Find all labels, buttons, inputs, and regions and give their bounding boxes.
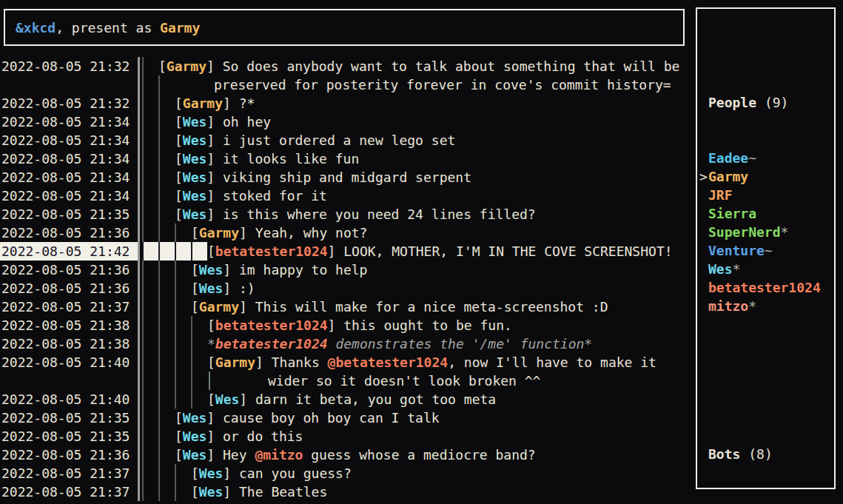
chat-row[interactable]: 2022-08-05 21:34[Wes] oh hey — [0, 112, 692, 131]
chat-row[interactable]: 2022-08-05 21:38*betatester1024 demonstr… — [0, 335, 692, 353]
wrap-indent — [175, 75, 214, 94]
user-list-item[interactable]: Sierra — [708, 204, 834, 223]
timestamp: 2022-08-05 21:36 — [0, 446, 138, 464]
user-list-item[interactable]: SuperNerd* — [708, 223, 834, 241]
message-segment: ] ?* — [223, 95, 255, 111]
chat-row[interactable]: 2022-08-05 21:36[Wes] im happy to help — [0, 261, 692, 279]
chat-row[interactable]: 2022-08-05 21:40[Wes] darn it beta, you … — [0, 390, 692, 409]
chat-row[interactable]: 2022-08-05 21:36[Wes] :) — [0, 279, 692, 298]
status-suffix: ~ — [765, 243, 773, 258]
thread-guide — [142, 261, 158, 279]
thread-guide — [142, 57, 158, 75]
message-segment: ] can you guess? — [223, 466, 351, 481]
timestamp: 2022-08-05 21:40 — [0, 353, 138, 372]
chat-row[interactable]: 2022-08-05 21:36[Wes] Hey @mitzo guess w… — [0, 446, 692, 464]
wrap-indent — [209, 372, 268, 390]
people-count: (9) — [756, 95, 788, 110]
user-list-item[interactable]: mitzo* — [708, 297, 834, 315]
sender-name: Wes — [199, 484, 224, 500]
message-line: [Wes] i just ordered a new lego set — [138, 131, 692, 149]
message-segment: ] this ought to be fun. — [328, 317, 512, 333]
sender-name: Wes — [183, 188, 207, 204]
chat-row[interactable]: 2022-08-05 21:35[Wes] is this where you … — [0, 205, 692, 224]
message-line: wider so it doesn't look broken ^^ — [138, 372, 692, 390]
message-segment: ] This will make for a nice meta-screens… — [239, 299, 608, 315]
message-segment: preserved for posterity forever in cove'… — [214, 77, 671, 93]
chat-row[interactable]: 2022-08-05 21:34[Wes] stoked for it — [0, 187, 692, 205]
thread-guide — [158, 279, 175, 298]
chat-row[interactable]: 2022-08-05 21:38[betatester1024] this ou… — [0, 316, 692, 335]
message-text: [Wes] it looks like fun — [175, 149, 359, 168]
message-line: [Garmy] Yeah, why not? — [138, 224, 692, 242]
user-name: Garmy — [708, 169, 748, 184]
chat-row[interactable]: 2022-08-05 21:34[Wes] i just ordered a n… — [0, 131, 692, 149]
thread-guide — [158, 409, 175, 427]
thread-guide — [142, 335, 158, 353]
thread-guide — [142, 224, 158, 242]
chat-row[interactable]: 2022-08-05 21:40[Garmy] Thanks @betatest… — [0, 353, 692, 372]
user-list-item[interactable]: JRF — [708, 186, 834, 204]
user-name: Sierra — [708, 206, 756, 221]
user-list-item[interactable]: Venture~ — [708, 241, 834, 260]
sender-name: betatester1024 — [215, 317, 328, 333]
thread-guide — [158, 187, 175, 205]
thread-guide — [142, 279, 158, 298]
sender-name: Garmy — [167, 58, 206, 74]
timestamp: 2022-08-05 21:37 — [0, 298, 138, 316]
chat-row[interactable]: 2022-08-05 21:35[Wes] cause boy oh boy c… — [0, 409, 692, 427]
thread-guide — [158, 149, 175, 168]
thread-guide — [142, 75, 158, 94]
thread-guide — [175, 464, 191, 483]
timestamp: 2022-08-05 21:35 — [0, 427, 138, 446]
mention: @mitzo — [255, 447, 303, 463]
message-segment: [ — [175, 206, 183, 222]
chat-row[interactable]: 2022-08-05 21:36[Garmy] Yeah, why not? — [0, 224, 692, 242]
chat-row[interactable]: 2022-08-05 21:32[Garmy] So does anybody … — [0, 57, 692, 75]
thread-guide — [142, 131, 158, 149]
timestamp: 2022-08-05 21:35 — [0, 205, 138, 224]
sender-name: Garmy — [199, 225, 239, 241]
thread-guide — [142, 242, 158, 261]
timestamp: 2022-08-05 21:34 — [0, 168, 138, 187]
chat-row[interactable]: 2022-08-05 21:32[Garmy] ?* — [0, 94, 692, 112]
chat-row[interactable]: 2022-08-05 21:37[Garmy] This will make f… — [0, 298, 692, 316]
chat-row[interactable]: 2022-08-05 21:34[Wes] it looks like fun — [0, 149, 692, 168]
thread-guide — [191, 242, 207, 261]
thread-guide — [142, 390, 158, 409]
message-line: [Wes] is this where you need 24 lines fi… — [138, 205, 692, 224]
active-user-marker: > — [699, 167, 708, 186]
user-list-item[interactable]: betatester1024 — [708, 278, 834, 297]
message-line: [Wes] darn it beta, you got too meta — [138, 390, 692, 409]
thread-guide — [158, 112, 175, 131]
chat-row[interactable]: 2022-08-05 21:34[Wes] viking ship and mi… — [0, 168, 692, 187]
thread-guide — [175, 390, 191, 409]
chat-row-highlighted[interactable]: 2022-08-05 21:42[betatester1024] LOOK, M… — [0, 242, 692, 261]
status-suffix: * — [748, 298, 756, 314]
chat-row[interactable]: preserved for posterity forever in cove'… — [0, 75, 692, 94]
message-segment: ] Yeah, why not? — [239, 225, 367, 241]
message-segment: guess whose a mediocre band? — [303, 447, 535, 463]
thread-guide — [158, 298, 175, 316]
chat-row[interactable]: 2022-08-05 21:35[Wes] or do this — [0, 427, 692, 446]
message-text: [Wes] or do this — [175, 427, 303, 446]
thread-guide — [158, 390, 175, 409]
chat-row[interactable]: wider so it doesn't look broken ^^ — [0, 372, 692, 390]
message-segment: [ — [175, 114, 183, 130]
message-segment: [ — [207, 243, 215, 259]
thread-guide — [175, 372, 191, 390]
message-segment: ] Thanks — [255, 355, 328, 370]
user-list-item[interactable]: Eadee~ — [708, 149, 834, 167]
people-header: People (9) — [708, 93, 834, 112]
thread-guide — [191, 390, 207, 409]
thread-guide — [158, 224, 175, 242]
user-name: Wes — [708, 261, 733, 277]
timestamp: 2022-08-05 21:34 — [0, 149, 138, 168]
sender-name: Wes — [183, 447, 207, 463]
sender-name: Wes — [199, 280, 224, 296]
message-segment: [ — [175, 410, 183, 426]
chat-row[interactable]: 2022-08-05 21:37[Wes] can you guess? — [0, 464, 692, 483]
timestamp: 2022-08-05 21:32 — [0, 94, 138, 112]
user-list-item[interactable]: Wes* — [708, 260, 834, 278]
chat-row[interactable]: 2022-08-05 21:37[Wes] The Beatles — [0, 483, 692, 501]
user-list-item[interactable]: >Garmy — [708, 167, 834, 186]
